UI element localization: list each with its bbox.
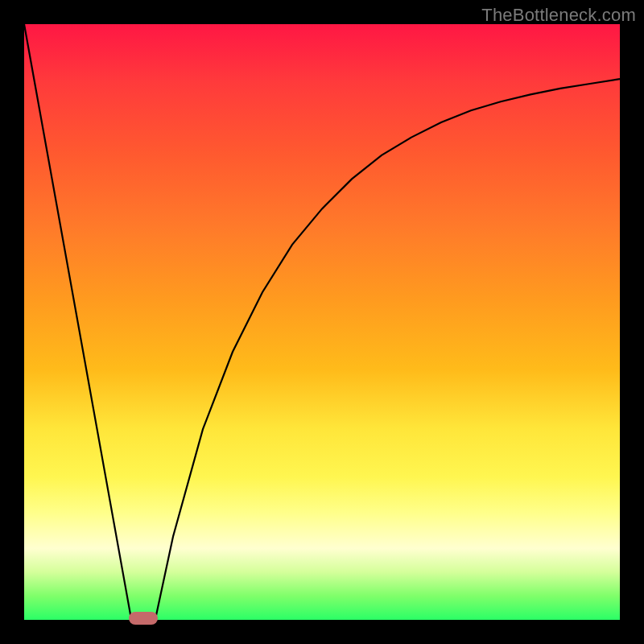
watermark-text: TheBottleneck.com	[481, 5, 636, 26]
minimum-marker	[129, 612, 158, 625]
curve-layer	[24, 24, 620, 620]
chart-stage: TheBottleneck.com	[0, 0, 644, 644]
plot-area	[24, 24, 620, 620]
bottleneck-curve	[24, 24, 620, 620]
